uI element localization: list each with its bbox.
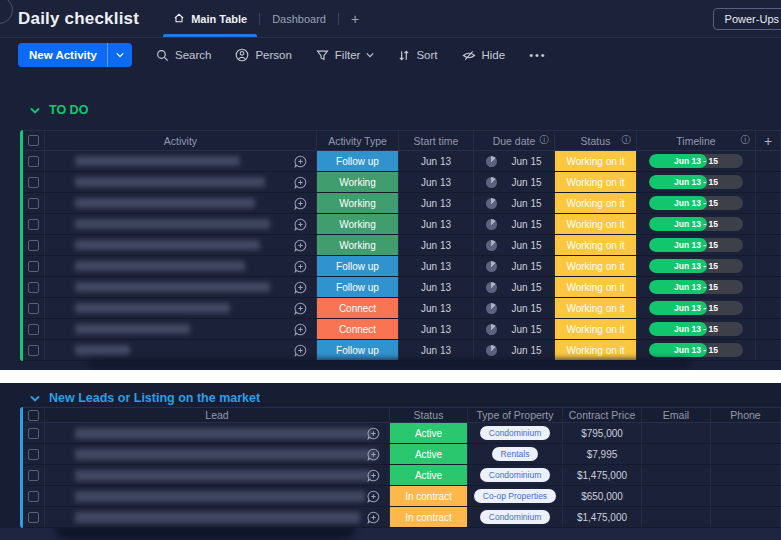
timeline-cell[interactable]: Jun 13 - 15	[637, 298, 756, 318]
activity-type-badge[interactable]: Connect	[317, 319, 398, 339]
lead-cell[interactable]	[45, 444, 390, 464]
add-tab-button[interactable]: +	[339, 0, 371, 37]
status-badge[interactable]: Active	[390, 444, 467, 464]
group-name[interactable]: TO DO	[49, 103, 88, 117]
contract-price-cell[interactable]: $795,000	[563, 423, 642, 443]
activity-cell[interactable]	[45, 193, 317, 213]
activity-cell[interactable]	[45, 172, 317, 192]
status-badge[interactable]: Working on it	[555, 256, 636, 276]
new-activity-button[interactable]: New Activity	[18, 43, 132, 67]
row-checkbox[interactable]	[28, 156, 39, 167]
column-header-status[interactable]: Status	[390, 408, 468, 422]
start-time-cell[interactable]: Jun 13	[399, 319, 474, 339]
start-time-cell[interactable]: Jun 13	[399, 256, 474, 276]
column-header-phone[interactable]: Phone	[711, 408, 781, 422]
due-date-cell[interactable]: Jun 15	[474, 319, 555, 339]
table-row[interactable]: Working Jun 13 Jun 15 Working on it Jun …	[23, 193, 781, 214]
chevron-down-icon[interactable]	[108, 52, 132, 58]
start-time-cell[interactable]: Jun 13	[399, 235, 474, 255]
timeline-cell[interactable]: Jun 13 - 15	[637, 319, 756, 339]
status-badge[interactable]: Working on it	[555, 298, 636, 318]
column-header-due-date[interactable]: Due dateⓘ	[474, 131, 555, 150]
timeline-cell[interactable]: Jun 13 - 15	[637, 256, 756, 276]
phone-cell[interactable]	[711, 486, 781, 506]
status-badge[interactable]: In contract	[390, 507, 467, 527]
status-badge[interactable]: Active	[390, 423, 467, 443]
due-date-cell[interactable]: Jun 15	[474, 172, 555, 192]
status-badge[interactable]: Working on it	[555, 172, 636, 192]
start-time-cell[interactable]: Jun 13	[399, 172, 474, 192]
tab-main-table[interactable]: Main Table	[161, 0, 259, 37]
table-row[interactable]: Connect Jun 13 Jun 15 Working on it Jun …	[23, 319, 781, 340]
activity-type-badge[interactable]: Working	[317, 214, 398, 234]
due-date-cell[interactable]: Jun 15	[474, 256, 555, 276]
due-date-cell[interactable]: Jun 15	[474, 214, 555, 234]
lead-cell[interactable]	[45, 465, 390, 485]
column-header-email[interactable]: Email	[642, 408, 711, 422]
email-cell[interactable]	[642, 507, 711, 527]
timeline-cell[interactable]: Jun 13 - 15	[637, 277, 756, 297]
due-date-cell[interactable]: Jun 15	[474, 340, 555, 360]
row-checkbox[interactable]	[28, 512, 39, 523]
add-update-icon[interactable]	[367, 490, 380, 503]
email-cell[interactable]	[642, 465, 711, 485]
activity-type-badge[interactable]: Follow up	[317, 340, 398, 360]
row-checkbox[interactable]	[28, 177, 39, 188]
row-checkbox[interactable]	[28, 345, 39, 356]
status-badge[interactable]: In contract	[390, 486, 467, 506]
column-header-activity-type[interactable]: Activity Type	[317, 131, 399, 150]
status-badge[interactable]: Working on it	[555, 193, 636, 213]
activity-type-badge[interactable]: Working	[317, 172, 398, 192]
due-date-cell[interactable]: Jun 15	[474, 193, 555, 213]
table-row[interactable]: In contract Co-op Properties $650,000	[23, 486, 781, 507]
email-cell[interactable]	[642, 486, 711, 506]
start-time-cell[interactable]: Jun 13	[399, 340, 474, 360]
timeline-cell[interactable]: Jun 13 - 15	[637, 235, 756, 255]
add-update-icon[interactable]	[294, 323, 307, 336]
row-checkbox[interactable]	[28, 261, 39, 272]
email-cell[interactable]	[642, 444, 711, 464]
start-time-cell[interactable]: Jun 13	[399, 151, 474, 171]
row-checkbox[interactable]	[28, 240, 39, 251]
start-time-cell[interactable]: Jun 13	[399, 214, 474, 234]
due-date-cell[interactable]: Jun 15	[474, 151, 555, 171]
select-all-checkbox[interactable]	[28, 135, 39, 146]
add-update-icon[interactable]	[367, 427, 380, 440]
activity-cell[interactable]	[45, 151, 317, 171]
add-update-icon[interactable]	[294, 302, 307, 315]
add-update-icon[interactable]	[294, 197, 307, 210]
activity-cell[interactable]	[45, 256, 317, 276]
search-button[interactable]: Search	[156, 49, 211, 62]
table-row[interactable]: Active Condominium $795,000	[23, 423, 781, 444]
phone-cell[interactable]	[711, 507, 781, 527]
add-update-icon[interactable]	[367, 469, 380, 482]
table-row[interactable]: Working Jun 13 Jun 15 Working on it Jun …	[23, 214, 781, 235]
column-header-timeline[interactable]: Timelineⓘ	[637, 131, 756, 150]
phone-cell[interactable]	[711, 465, 781, 485]
row-checkbox[interactable]	[28, 449, 39, 460]
column-header-start-time[interactable]: Start time	[399, 131, 474, 150]
start-time-cell[interactable]: Jun 13	[399, 193, 474, 213]
timeline-cell[interactable]: Jun 13 - 15	[637, 340, 756, 360]
table-row[interactable]: Follow up Jun 13 Jun 15 Working on it Ju…	[23, 151, 781, 172]
filter-button[interactable]: Filter	[316, 49, 375, 62]
table-row[interactable]: Follow up Jun 13 Jun 15 Working on it Ju…	[23, 340, 781, 361]
lead-cell[interactable]	[45, 507, 390, 527]
add-update-icon[interactable]	[294, 281, 307, 294]
status-badge[interactable]: Working on it	[555, 151, 636, 171]
activity-cell[interactable]	[45, 235, 317, 255]
timeline-cell[interactable]: Jun 13 - 15	[637, 172, 756, 192]
info-icon[interactable]: ⓘ	[622, 134, 632, 147]
due-date-cell[interactable]: Jun 15	[474, 298, 555, 318]
timeline-cell[interactable]: Jun 13 - 15	[637, 151, 756, 171]
activity-type-badge[interactable]: Follow up	[317, 256, 398, 276]
phone-cell[interactable]	[711, 423, 781, 443]
add-update-icon[interactable]	[294, 260, 307, 273]
table-row[interactable]: Working Jun 13 Jun 15 Working on it Jun …	[23, 172, 781, 193]
activity-cell[interactable]	[45, 214, 317, 234]
activity-type-badge[interactable]: Working	[317, 235, 398, 255]
more-options-button[interactable]: •••	[529, 49, 547, 61]
activity-cell[interactable]	[45, 319, 317, 339]
add-update-icon[interactable]	[367, 511, 380, 524]
row-checkbox[interactable]	[28, 491, 39, 502]
